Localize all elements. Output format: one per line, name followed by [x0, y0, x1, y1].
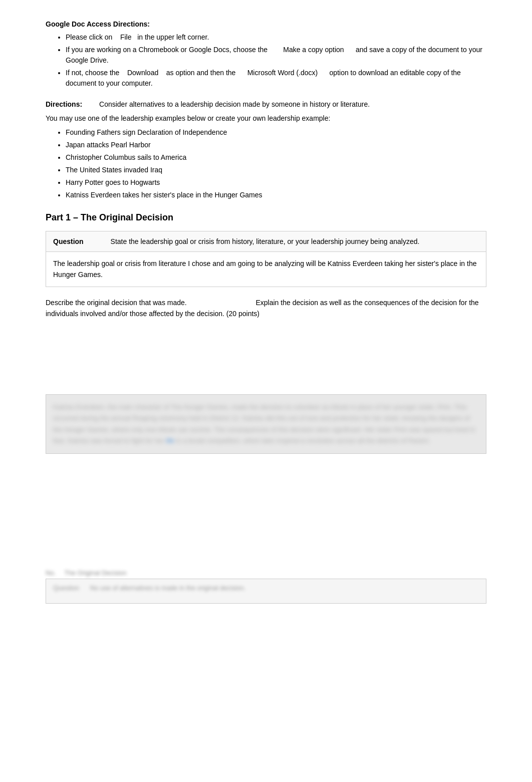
example-item-5: Harry Potter goes to Hogwarts [66, 177, 486, 188]
instruction-item-2: If you are working on a Chromebook or Go… [66, 45, 486, 66]
empty-space-2 [46, 459, 486, 559]
instruction-item-3: If not, choose the Download as option an… [66, 68, 486, 89]
directions-section: Directions: Consider alternatives to a l… [46, 99, 486, 200]
part-1-heading: Part 1 – The Original Decision [46, 212, 486, 223]
bottom-label-1: No. [46, 569, 59, 577]
example-item-2: Japan attacks Pearl Harbor [66, 140, 486, 150]
google-doc-label: Google Doc Access Directions: [46, 20, 486, 28]
describe-block: Describe the original decision that was … [46, 297, 486, 320]
instruction-text-2: If you are working on a Chromebook or Go… [66, 46, 482, 64]
directions-sub: You may use one of the leadership exampl… [46, 113, 486, 124]
example-item-1: Founding Fathers sign Declaration of Ind… [66, 127, 486, 138]
instruction-text-1: Please click on File in the upper left c… [66, 33, 209, 41]
example-item-3: Christopher Columbus sails to America [66, 152, 486, 163]
question-text: State the leadership goal or crisis from… [111, 237, 420, 245]
bottom-value-1: The Original Decision [64, 569, 126, 577]
blurred-answer-section: Katniss Everdeen, the main character of … [46, 394, 486, 453]
microsoft-word-highlight: Microsoft Word (.docx) [247, 69, 318, 77]
describe-label: Describe the original decision that was … [46, 299, 187, 307]
example-item-6: Katniss Everdeen takes her sister's plac… [66, 190, 486, 200]
bottom-box: Question No use of alternatives is made … [46, 579, 486, 604]
bottom-section: No. The Original Decision Question No us… [46, 569, 486, 604]
instruction-text-3: If not, choose the Download as option an… [66, 69, 461, 87]
blurred-text-1: Katniss Everdeen, the main character of … [53, 402, 479, 446]
answer-text: The leadership goal or crisis from liter… [53, 258, 479, 281]
directions-text: Consider alternatives to a leadership de… [99, 100, 370, 108]
bottom-box-text: Question No use of alternatives is made … [53, 584, 479, 592]
google-doc-directions: Google Doc Access Directions: Please cli… [46, 20, 486, 89]
download-highlight: Download [127, 69, 158, 77]
question-box: Question State the leadership goal or cr… [46, 231, 486, 252]
answer-box[interactable]: The leadership goal or crisis from liter… [46, 252, 486, 287]
directions-label: Directions: [46, 100, 82, 108]
instructions-list: Please click on File in the upper left c… [66, 32, 486, 89]
make-copy-highlight: Make a copy option [283, 46, 344, 54]
instruction-item-1: Please click on File in the upper left c… [66, 32, 486, 43]
examples-list: Founding Fathers sign Declaration of Ind… [66, 127, 486, 200]
example-item-4: The United States invaded Iraq [66, 165, 486, 175]
directions-main: Directions: Consider alternatives to a l… [46, 99, 486, 110]
question-label: Question [53, 237, 84, 245]
empty-space-1 [46, 329, 486, 389]
page-container: Google Doc Access Directions: Please cli… [41, 10, 491, 614]
describe-text: Describe the original decision that was … [46, 297, 486, 320]
bottom-label-row-1: No. The Original Decision [46, 569, 486, 577]
